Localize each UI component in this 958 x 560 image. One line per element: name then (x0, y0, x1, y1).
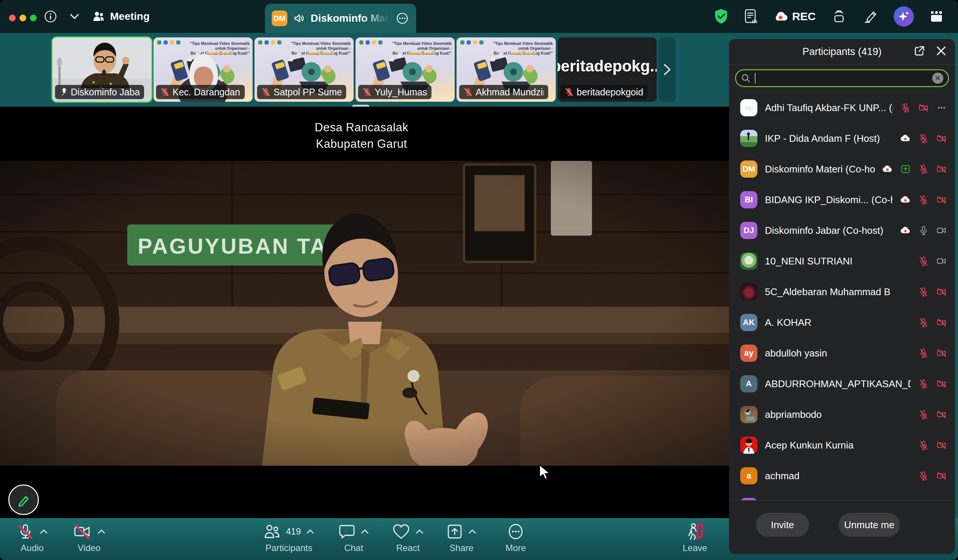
filmstrip-thumbnail[interactable]: "Tips Membuat Video Sinematik untuk Orga… (457, 37, 556, 102)
participants-count: 419 (286, 526, 301, 537)
close-window-button[interactable] (9, 14, 16, 21)
avatar: a (740, 467, 757, 484)
more-icon (507, 523, 524, 540)
security-shield-icon[interactable] (714, 8, 729, 25)
cloud-recording-icon (774, 11, 788, 22)
camera-off-icon (936, 378, 947, 389)
more-button[interactable]: More (482, 521, 549, 553)
participant-row[interactable]: 5C_Aldebaran Muhammad B (729, 277, 955, 307)
transcript-icon[interactable] (744, 8, 758, 25)
tab-screen-share[interactable]: DM Diskominfo Materi's scree (265, 4, 416, 33)
filmstrip-thumbnail[interactable]: "Tips Membuat Video Sinematik untuk Orga… (254, 37, 354, 102)
mic-off-icon (918, 348, 929, 358)
participant-row[interactable]: AKA. KOHAR (729, 307, 955, 338)
avatar: BI (740, 191, 757, 208)
mic-off-icon (918, 195, 929, 205)
more-options-icon[interactable] (936, 103, 947, 113)
popout-panel-icon[interactable] (913, 44, 926, 59)
people-icon (92, 11, 105, 22)
participant-row[interactable]: AABDURROHMAN_APTIKASAN_DIS... (729, 369, 955, 399)
participant-row[interactable]: abpriambodo (729, 399, 955, 430)
chevron-right-icon (663, 63, 671, 76)
annotate-button[interactable] (8, 484, 39, 515)
cast-icon[interactable] (831, 8, 847, 25)
avatar: DJ (740, 222, 757, 239)
participants-button[interactable]: 419 Participants (255, 521, 323, 553)
leave-button[interactable]: Leave (661, 521, 729, 553)
video-button[interactable]: Video (56, 521, 123, 553)
participant-name: abdulloh yasin (765, 348, 911, 359)
participants-list: npAdhi Taufiq Akbar-FK UNP... (me)IKP - … (729, 93, 955, 500)
participant-row[interactable]: DMDiskominfo Materi (Co-host) (729, 154, 955, 184)
apps-grid-icon[interactable] (929, 9, 945, 24)
rec-label: REC (792, 10, 816, 23)
participant-row[interactable]: DJDiskominfo Jabar (Co-host) (729, 215, 955, 246)
participant-row[interactable]: BIBIDANG IKP_Diskomi... (Co-host) (729, 184, 955, 215)
sparkle-icon (897, 10, 910, 23)
chevron-down-icon[interactable] (70, 13, 79, 19)
participant-row[interactable]: ayabdulloh yasin (729, 338, 955, 369)
participant-name-tag: Satpol PP Sumedang (257, 85, 346, 99)
mic-off-icon (918, 256, 929, 266)
muted-mic-icon (464, 87, 473, 96)
filmstrip-thumbnail[interactable]: Diskominfo Jabar (52, 37, 152, 102)
participant-row[interactable]: 10_NENI SUTRIANI (729, 246, 955, 277)
tab-avatar-badge: DM (272, 11, 287, 26)
camera-off-icon (936, 286, 947, 297)
tab-meeting-label: Meeting (110, 11, 150, 22)
thumbnail-name-label: beritadepokgoid (577, 87, 643, 98)
cloud-recording-icon (900, 225, 911, 236)
unmute-me-button[interactable]: Unmute me (839, 513, 900, 537)
avatar: AK (740, 314, 757, 331)
avatar: np (740, 99, 757, 116)
participant-search-input[interactable]: ✕ (735, 69, 949, 87)
recording-indicator[interactable]: REC (774, 10, 816, 23)
share-screen-icon (446, 524, 463, 540)
chevron-up-icon[interactable] (97, 529, 106, 534)
participant-name-tag: beritadepokgoid (560, 85, 648, 99)
invite-button[interactable]: Invite (756, 513, 809, 537)
participant-name: Acep Kunkun Kurnia (765, 440, 911, 451)
cloud-recording-icon (900, 133, 911, 144)
participant-row[interactable]: npAdhi Taufiq Akbar-FK UNP... (me) (729, 93, 955, 123)
clear-search-icon[interactable]: ✕ (932, 73, 944, 84)
mic-off-icon (918, 440, 929, 451)
chevron-up-icon[interactable] (40, 529, 48, 534)
participant-name-tag: Yuly_Humas (358, 85, 431, 99)
chevron-up-icon[interactable] (416, 529, 423, 534)
filmstrip-thumbnail[interactable]: "Tips Membuat Video Sinematik untuk Orga… (154, 37, 252, 102)
filmstrip-thumbnail[interactable]: beritadepokg...beritadepokgoid (558, 37, 657, 102)
chevron-up-icon[interactable] (306, 529, 314, 534)
camera-off-icon (936, 440, 947, 451)
tab-meeting[interactable]: Meeting (92, 11, 150, 22)
filmstrip-thumbnail[interactable]: "Tips Membuat Video Sinematik untuk Orga… (355, 37, 455, 102)
search-icon (741, 73, 751, 84)
ai-companion-button[interactable] (894, 6, 914, 27)
annotate-pencil-icon[interactable] (862, 8, 879, 25)
video-off-icon (73, 523, 92, 541)
participant-name-tag: Diskominfo Jabar (55, 85, 144, 99)
tab-more-icon[interactable] (395, 11, 409, 25)
meeting-info-icon[interactable] (44, 10, 57, 23)
zoom-window-button[interactable] (30, 14, 36, 21)
mouse-cursor (539, 465, 552, 481)
close-panel-icon[interactable] (936, 45, 947, 58)
shared-screen-stage: Desa Rancasalak Kabupaten Garut (0, 107, 729, 518)
chevron-up-icon[interactable] (468, 529, 476, 534)
leave-button-label: Leave (661, 543, 729, 553)
participant-row[interactable]: Acep Kunkun Kurnia (729, 430, 955, 460)
participant-name: 5C_Aldebaran Muhammad B (765, 286, 911, 298)
participant-name: BIDANG IKP_Diskomi... (Co-host) (765, 194, 893, 206)
chevron-up-icon[interactable] (361, 529, 369, 534)
filmstrip-next-button[interactable] (658, 37, 676, 102)
minimize-window-button[interactable] (19, 14, 26, 21)
participant-row[interactable]: IKP - Dida Andam F (Host) (729, 123, 955, 154)
thumbnail-name-label: Akhmad Mundzirul Aw... (476, 87, 544, 98)
participant-name: Diskominfo Materi (Co-host) (765, 163, 875, 175)
mute-mic-icon (16, 523, 35, 541)
participant-row[interactable]: aachmad (729, 460, 955, 491)
leave-icon (685, 522, 705, 541)
mic-off-icon (918, 164, 929, 174)
participant-row[interactable] (729, 491, 955, 500)
zoom-meeting-window: Meeting DM Diskominfo Materi's scree REC (0, 0, 958, 560)
